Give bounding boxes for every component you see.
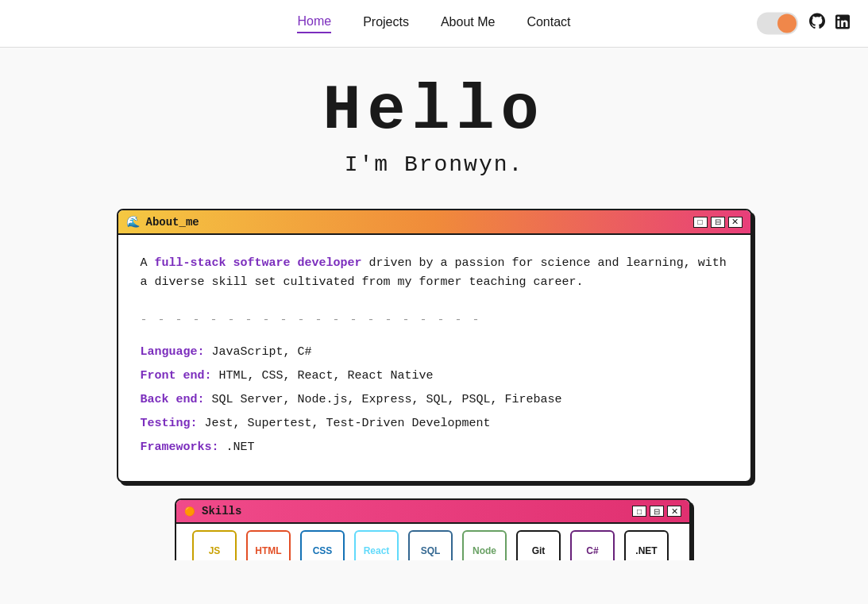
skill-testing: Testing: Jest, Supertest, Test-Driven De… (141, 414, 728, 433)
skills-section-clip: 🟠 Skills □ ⊟ ✕ JS HTML CSS React SQL Nod… (0, 498, 868, 560)
nav-right (757, 11, 852, 36)
toggle-knob (777, 14, 797, 33)
nav-projects[interactable]: Projects (363, 15, 409, 33)
hero-section: Hello I'm Bronwyn. (0, 48, 868, 193)
skill-language: Language: JavaScript, C# (141, 343, 728, 362)
skill-badge-sql: SQL (408, 530, 453, 560)
skill-badge-git: Git (516, 530, 561, 560)
skill-badge-csharp: C# (570, 530, 615, 560)
about-minimize-btn[interactable]: □ (693, 217, 708, 228)
github-icon[interactable] (808, 11, 827, 36)
nav-links: Home Projects About Me Contact (297, 14, 570, 33)
skill-badge-js: JS (192, 530, 237, 560)
nav-about[interactable]: About Me (441, 15, 495, 33)
skills-titlebar: 🟠 Skills □ ⊟ ✕ (176, 500, 689, 524)
theme-toggle[interactable] (757, 13, 798, 35)
skill-frontend-label: Front end: (141, 369, 212, 383)
skill-backend: Back end: SQL Server, Node.js, Express, … (141, 390, 728, 410)
about-window-title: About_me (146, 216, 687, 229)
highlight-text: full-stack software developer (155, 256, 362, 270)
skill-frontend: Front end: HTML, CSS, React, React Nativ… (141, 367, 728, 386)
intro-paragraph: A full-stack software developer driven b… (141, 254, 728, 292)
skills-close-btn[interactable]: ✕ (667, 506, 681, 517)
about-maximize-btn[interactable]: ⊟ (711, 217, 725, 228)
skills-window-controls: □ ⊟ ✕ (632, 506, 681, 517)
skill-frameworks-value: .NET (226, 440, 255, 454)
skill-badge-net: .NET (624, 530, 669, 560)
skills-window-icon: 🟠 (184, 506, 195, 517)
skill-frameworks-label: Frameworks: (141, 440, 219, 454)
skill-badge-react: React (354, 530, 399, 560)
skill-backend-value: SQL Server, Node.js, Express, SQL, PSQL,… (212, 393, 562, 406)
divider: - - - - - - - - - - - - - - - - - - - - (141, 311, 728, 330)
skill-badge-css: CSS (300, 530, 345, 560)
about-window: 🌊 About_me □ ⊟ ✕ A full-stack software d… (117, 209, 752, 483)
skill-testing-value: Jest, Supertest, Test-Driven Development (205, 417, 491, 430)
skill-badge-html: HTML (246, 530, 291, 560)
skill-badge-node: Node (462, 530, 507, 560)
nav-contact[interactable]: Contact (527, 15, 570, 33)
skill-language-label: Language: (141, 345, 205, 359)
navbar: Home Projects About Me Contact (0, 0, 868, 48)
nav-home[interactable]: Home (297, 14, 331, 33)
about-window-icon: 🌊 (126, 215, 140, 229)
skills-maximize-btn[interactable]: ⊟ (650, 506, 664, 517)
about-window-body: A full-stack software developer driven b… (118, 235, 750, 481)
hero-subheading: I'm Bronwyn. (16, 152, 852, 177)
skill-frameworks: Frameworks: .NET (141, 438, 728, 457)
about-titlebar: 🌊 About_me □ ⊟ ✕ (118, 210, 750, 235)
skills-body: JS HTML CSS React SQL Node Git C# .NET (176, 524, 689, 560)
skills-minimize-btn[interactable]: □ (632, 506, 646, 517)
skill-backend-label: Back end: (141, 393, 205, 406)
skills-window: 🟠 Skills □ ⊟ ✕ JS HTML CSS React SQL Nod… (175, 498, 691, 560)
about-window-controls: □ ⊟ ✕ (693, 217, 743, 228)
skills-window-title: Skills (202, 505, 626, 517)
about-close-btn[interactable]: ✕ (728, 217, 743, 228)
social-icons (808, 11, 852, 36)
linkedin-icon[interactable] (833, 12, 852, 35)
skill-testing-label: Testing: (141, 417, 198, 430)
skill-frontend-value: HTML, CSS, React, React Native (219, 369, 434, 383)
skill-language-value: JavaScript, C# (212, 345, 312, 359)
hero-heading: Hello (16, 79, 852, 143)
